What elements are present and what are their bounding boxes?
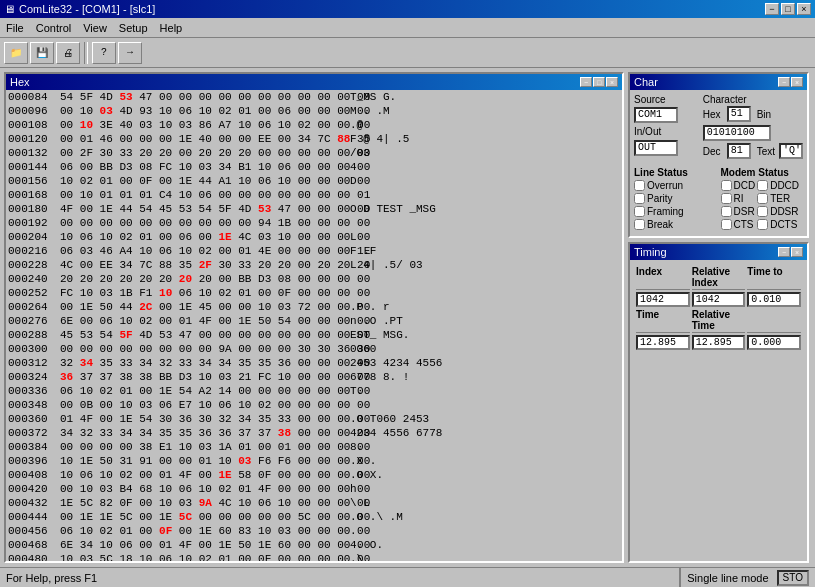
hex-address: 000084 xyxy=(8,91,60,103)
modem-status-label: Modem Status xyxy=(721,167,804,178)
arrow-button[interactable]: → xyxy=(118,42,142,64)
main-layout: Hex − □ × 00008454 5F 4D 53 47 00 00 00 … xyxy=(0,68,815,567)
hex-address: 000360 xyxy=(8,413,60,425)
table-row: 00009600 10 03 4D 93 10 06 10 02 01 00 0… xyxy=(6,104,622,118)
hex-maximize-button[interactable]: □ xyxy=(593,77,605,87)
ddsr-checkbox[interactable] xyxy=(757,206,768,217)
framing-label: Framing xyxy=(647,206,684,217)
table-row: 00013200 2F 30 33 20 20 00 20 20 20 00 0… xyxy=(6,146,622,160)
table-row: 0002766E 00 06 10 02 00 01 4F 00 1E 50 5… xyxy=(6,314,622,328)
hex-bytes: 54 5F 4D 53 47 00 00 00 00 00 00 00 00 0… xyxy=(60,91,350,103)
hex-ascii: T_MS G. xyxy=(350,91,620,103)
hex-bytes: 10 06 10 02 01 00 06 00 1E 4C 03 10 00 0… xyxy=(60,231,350,243)
dec-value-field[interactable]: 81 xyxy=(727,143,751,159)
hex-address: 000156 xyxy=(8,175,60,187)
hex-address: 000300 xyxy=(8,343,60,355)
hex-content[interactable]: 00008454 5F 4D 53 47 00 00 00 00 00 00 0… xyxy=(6,90,622,561)
dsr-checkbox[interactable] xyxy=(721,206,732,217)
close-button[interactable]: × xyxy=(797,3,811,15)
hex-address: 000132 xyxy=(8,147,60,159)
hex-title: Hex xyxy=(10,76,30,88)
break-checkbox[interactable] xyxy=(634,219,645,230)
table-row: 00008454 5F 4D 53 47 00 00 00 00 00 00 0… xyxy=(6,90,622,104)
title-bar: 🖥 ComLite32 - [COM1] - [slc1] − □ × xyxy=(0,0,815,18)
hex-bytes: 00 10 3E 40 03 10 03 86 A7 10 06 10 02 0… xyxy=(60,119,350,131)
hex-ascii: .X . xyxy=(350,455,620,467)
framing-checkbox[interactable] xyxy=(634,206,645,217)
timing-close-button[interactable]: × xyxy=(791,247,803,257)
hex-address: 000336 xyxy=(8,385,60,397)
table-row: 00033606 10 02 01 00 1E 54 A2 14 00 00 0… xyxy=(6,384,622,398)
hex-address: 000480 xyxy=(8,553,60,561)
ddcd-checkbox[interactable] xyxy=(757,180,768,191)
hex-address: 000444 xyxy=(8,511,60,523)
status-bar: For Help, press F1 Single line mode STO xyxy=(0,567,815,587)
hex-ascii: .O T060 2453 xyxy=(350,413,620,425)
cts-checkbox[interactable] xyxy=(721,219,732,230)
text-value-field[interactable]: 'Q' xyxy=(779,143,803,159)
parity-checkbox[interactable] xyxy=(634,193,645,204)
inout-label: In/Out xyxy=(634,126,670,137)
ter-checkbox[interactable] xyxy=(757,193,768,204)
table-row: 00014406 00 BB D3 08 FC 10 03 34 B1 10 0… xyxy=(6,160,622,174)
hex-address: 000456 xyxy=(8,525,60,537)
maximize-button[interactable]: □ xyxy=(781,3,795,15)
inout-field[interactable]: OUT xyxy=(634,140,678,156)
relative-index-value: 1042 xyxy=(692,292,746,307)
hex-ascii: 0060 xyxy=(350,343,620,355)
dsr-label: DSR xyxy=(734,206,755,217)
hex-address: 000372 xyxy=(8,427,60,439)
table-row: 00015610 02 01 00 0F 00 1E 44 A1 10 06 1… xyxy=(6,174,622,188)
dcd-label: DCD xyxy=(734,180,756,191)
hex-value-field[interactable]: 51 xyxy=(727,106,751,122)
char-close-button[interactable]: × xyxy=(791,77,803,87)
time-to-value2: 0.000 xyxy=(747,335,801,350)
save-button[interactable]: 💾 xyxy=(30,42,54,64)
menu-view[interactable]: View xyxy=(77,20,113,36)
open-button[interactable]: 📁 xyxy=(4,42,28,64)
dcd-checkbox[interactable] xyxy=(721,180,732,191)
help-button[interactable]: ? xyxy=(92,42,116,64)
hex-ascii: 4 xyxy=(350,161,620,173)
hex-ascii: 4. O. xyxy=(350,539,620,551)
hex-address: 000420 xyxy=(8,483,60,495)
hex-ascii: .\ xyxy=(350,553,620,561)
dcts-checkbox[interactable] xyxy=(757,219,768,230)
char-minimize-button[interactable]: − xyxy=(778,77,790,87)
menu-control[interactable]: Control xyxy=(30,20,77,36)
line-status-label: Line Status xyxy=(634,167,717,178)
timing-minimize-button[interactable]: − xyxy=(778,247,790,257)
overrun-checkbox[interactable] xyxy=(634,180,645,191)
hex-window: Hex − □ × 00008454 5F 4D 53 47 00 00 00 … xyxy=(4,72,624,563)
hex-ascii: O D TEST _MSG xyxy=(350,203,620,215)
source-port-field[interactable]: COM1 xyxy=(634,107,678,123)
hex-bytes: 00 00 00 00 00 00 00 00 00 00 94 1B 00 0… xyxy=(60,217,350,229)
index-header: Index xyxy=(636,266,690,290)
hex-close-button[interactable]: × xyxy=(606,77,618,87)
hex-address: 000264 xyxy=(8,301,60,313)
time-to-header: Time to xyxy=(747,266,801,290)
table-row: 00031232 34 35 33 34 32 33 34 34 35 35 3… xyxy=(6,356,622,370)
hex-bytes: 06 03 46 A4 10 06 10 02 00 01 4E 00 00 0… xyxy=(60,245,350,257)
minimize-button[interactable]: − xyxy=(765,3,779,15)
menu-help[interactable]: Help xyxy=(154,20,189,36)
table-row: 00045606 10 02 01 00 0F 00 1E 60 83 10 0… xyxy=(6,524,622,538)
hex-bytes: 4C 00 EE 34 7C 88 35 2F 30 33 20 20 00 2… xyxy=(60,259,350,271)
table-row: 00039610 1E 50 31 91 00 00 01 10 03 F6 F… xyxy=(6,454,622,468)
relative-time-header: Relative Time xyxy=(692,309,746,333)
hex-ascii: 8. xyxy=(350,441,620,453)
hex-address: 000144 xyxy=(8,161,60,173)
print-button[interactable]: 🖨 xyxy=(56,42,80,64)
bin-value-field[interactable]: 01010100 xyxy=(703,125,771,141)
hex-address: 000192 xyxy=(8,217,60,229)
hex-bytes: 00 2F 30 33 20 20 00 20 20 20 00 00 00 0… xyxy=(60,147,350,159)
relative-time-value: 12.895 xyxy=(692,335,746,350)
hex-label: Hex xyxy=(703,109,723,120)
table-row: 00038400 00 00 00 38 E1 10 03 1A 01 00 0… xyxy=(6,440,622,454)
time-to-header2 xyxy=(747,309,801,333)
ri-checkbox[interactable] xyxy=(721,193,732,204)
menu-setup[interactable]: Setup xyxy=(113,20,154,36)
bin-label: Bin xyxy=(757,109,771,120)
menu-file[interactable]: File xyxy=(0,20,30,36)
hex-minimize-button[interactable]: − xyxy=(580,77,592,87)
